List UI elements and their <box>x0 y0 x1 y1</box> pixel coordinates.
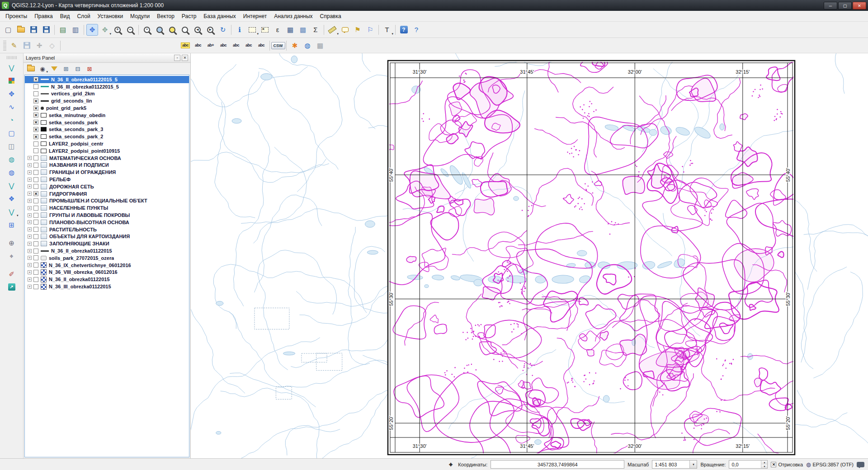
layer-expander[interactable]: + <box>28 170 32 174</box>
statistics-icon[interactable]: Σ <box>310 24 321 36</box>
rotation-spinbox[interactable]: 0,0 ▴ ▾ <box>729 460 768 469</box>
layer-item[interactable]: N_36_III_obrezka01122015_5 <box>25 83 189 90</box>
remove-layer-icon[interactable]: ⊠ <box>85 64 94 74</box>
crosshair-tool-icon[interactable]: ⊕ <box>5 237 18 249</box>
layer-item[interactable]: LAYER2_podpisi_centr <box>25 140 189 147</box>
menu-item-9[interactable]: База данных <box>200 12 239 21</box>
layer-checkbox[interactable] <box>33 177 38 182</box>
layer-expander[interactable]: + <box>28 249 32 253</box>
layer-checkbox[interactable] <box>33 277 38 282</box>
layer-item[interactable]: +✕ГИДРОГРАФИЯ <box>25 190 189 197</box>
dropdown-arrow[interactable]: ▾ <box>337 32 339 36</box>
layer-checkbox[interactable] <box>33 163 38 168</box>
zoom-full-icon[interactable] <box>154 24 165 36</box>
layer-checkbox[interactable] <box>33 213 38 218</box>
color-grid-icon[interactable] <box>5 75 18 86</box>
manage-visibility-icon[interactable]: ◉▾ <box>38 64 47 74</box>
change-label-icon[interactable]: abc <box>243 40 255 52</box>
identify-icon[interactable]: ℹ <box>234 24 245 36</box>
show-bookmarks-icon[interactable]: ⚐ <box>364 24 376 36</box>
layer-checkbox[interactable] <box>33 270 38 275</box>
layer-item[interactable]: +ПЛАНОВО-ВЫСОТНАЯ ОСНОВА <box>25 219 189 226</box>
layer-expander[interactable]: + <box>28 235 32 239</box>
scale-dropdown-arrow[interactable]: ▾ <box>689 461 697 468</box>
menu-item-7[interactable]: Вектор <box>153 12 178 21</box>
layer-item[interactable]: ✕setka_seconds_park_3 <box>25 126 189 133</box>
zoom-native-icon[interactable]: • <box>141 24 153 36</box>
add-group-icon[interactable] <box>26 64 36 74</box>
layer-expander[interactable]: + <box>28 256 32 260</box>
menu-item-2[interactable]: Правка <box>31 12 57 21</box>
layer-item[interactable]: +N_36_IX_chetvertichnye_06012016 <box>25 262 189 269</box>
rotate-label-icon[interactable]: abc <box>230 40 242 52</box>
layers-panel-header[interactable]: Layers Panel ▫ ✕ <box>24 53 190 63</box>
layer-checkbox[interactable] <box>33 91 38 96</box>
layer-item[interactable]: +ГРАНИЦЫ И ОГРАЖДЕНИЯ <box>25 169 189 176</box>
layer-item[interactable]: +N_36_II_obrezka01122015 <box>25 247 189 254</box>
float-panel-button[interactable]: ▫ <box>174 55 180 61</box>
move-feature-icon[interactable]: ✥ <box>5 88 18 99</box>
layer-checkbox[interactable] <box>33 284 38 289</box>
vertex-tool-icon[interactable]: ⋁ <box>5 179 18 191</box>
layer-item[interactable]: +РЕЛЬЕФ <box>25 176 189 183</box>
layer-item[interactable]: ✕setka_seconds_park_2 <box>25 133 189 140</box>
marker-tool-icon[interactable]: ❖ <box>5 193 18 204</box>
attribute-table-icon[interactable]: ▦ <box>284 24 296 36</box>
layer-checkbox[interactable] <box>33 84 38 89</box>
export-map-icon[interactable]: ↗ <box>5 281 18 293</box>
layer-checkbox[interactable]: ✕ <box>33 120 38 125</box>
close-panel-button[interactable]: ✕ <box>182 55 188 61</box>
cube-tool-icon[interactable]: ◫ <box>5 140 18 152</box>
menu-item-3[interactable]: Вид <box>57 12 74 21</box>
layer-checkbox[interactable]: ✕ <box>33 191 38 196</box>
layer-expander[interactable]: + <box>28 263 32 267</box>
menu-item-10[interactable]: Интернет <box>240 12 270 21</box>
pin-tool-icon[interactable]: ⌖ <box>5 250 18 262</box>
highlight-labels-icon[interactable]: ab+ <box>205 40 217 52</box>
menu-item-11[interactable]: Анализ данных <box>270 12 316 21</box>
dropdown-arrow[interactable]: ▾ <box>257 32 259 36</box>
add-feature-icon[interactable]: ✚ <box>33 40 45 52</box>
dropdown-arrow[interactable]: ▾ <box>392 32 393 36</box>
layer-expander[interactable]: + <box>28 199 32 203</box>
new-composer-icon[interactable]: ▤ <box>57 24 69 36</box>
whats-this-icon[interactable]: ? <box>410 24 422 36</box>
layer-item[interactable]: +N_36_VIII_obrezka_06012016 <box>25 269 189 276</box>
layer-item[interactable]: LAYER2_podpisi_point010915 <box>25 147 189 155</box>
layer-checkbox[interactable]: ✕ <box>33 134 38 139</box>
measure-icon[interactable]: ▾ <box>326 24 338 36</box>
layer-item[interactable]: vertices_grid_2km <box>25 90 189 98</box>
dropdown-arrow[interactable]: ▾ <box>17 214 19 217</box>
polyline-menu-icon[interactable]: ⋁▾ <box>5 206 18 217</box>
grid-arrows-icon[interactable]: ⊞ <box>5 219 18 230</box>
layer-checkbox[interactable] <box>33 234 38 239</box>
layer-item[interactable]: +soils_park_27072015_ozera <box>25 254 189 262</box>
select-features-icon[interactable]: ▾ <box>246 24 258 36</box>
fan-tool-icon[interactable]: ◔ <box>5 114 18 126</box>
curve-tool-icon[interactable]: ∿ <box>5 101 18 113</box>
zoom-next-icon[interactable]: ▸ <box>204 24 216 36</box>
help-icon[interactable]: ? <box>398 24 410 36</box>
map-canvas[interactable]: 31°30'31°30'31°45'31°45'32°00'32°00'32°1… <box>191 53 868 458</box>
layer-expander[interactable]: + <box>28 242 32 246</box>
menu-item-12[interactable]: Справка <box>316 12 345 21</box>
menu-item-4[interactable]: Слой <box>73 12 94 21</box>
minimize-button[interactable]: ─ <box>824 2 837 9</box>
coordinates-input[interactable] <box>491 460 624 469</box>
zoom-in-icon[interactable]: + <box>112 24 123 36</box>
layer-item[interactable]: ✕setka_seconds_park <box>25 119 189 126</box>
layer-checkbox[interactable] <box>33 249 38 254</box>
close-button[interactable]: ✕ <box>853 2 866 9</box>
crs-status-button[interactable]: ◍ EPSG:3857 (OTF) <box>806 461 854 468</box>
toolbar-grip[interactable] <box>3 41 6 51</box>
filter-legend-icon[interactable] <box>49 64 59 74</box>
new-project-icon[interactable]: ▢ <box>2 24 14 36</box>
layer-expander[interactable]: + <box>28 184 32 188</box>
layer-checkbox[interactable] <box>33 155 38 160</box>
zoom-last-icon[interactable]: ◂ <box>192 24 203 36</box>
labeling-options-icon[interactable]: abc <box>179 40 191 52</box>
dropdown-arrow[interactable]: ▾ <box>46 70 48 74</box>
layer-expander[interactable]: + <box>28 156 32 160</box>
layer-checkbox[interactable]: ✕ <box>33 127 38 132</box>
show-hide-labels-icon[interactable]: abc <box>255 40 267 52</box>
